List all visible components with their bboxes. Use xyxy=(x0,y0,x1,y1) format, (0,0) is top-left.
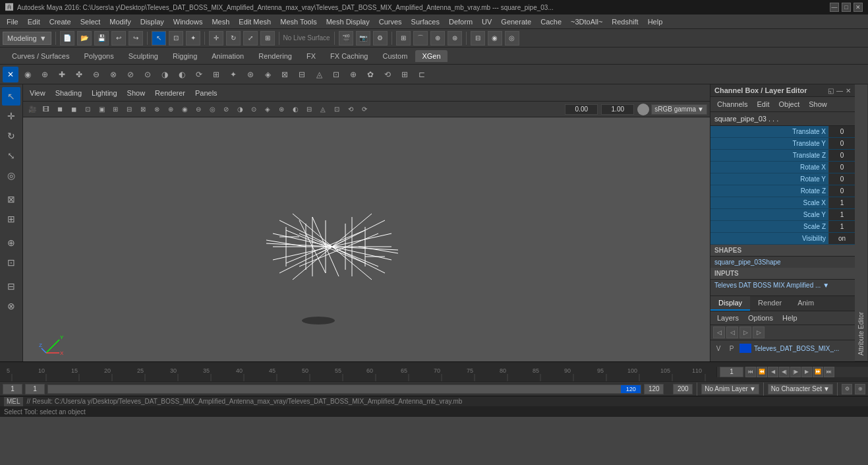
menu-file[interactable]: File xyxy=(3,16,22,27)
menu-deform[interactable]: Deform xyxy=(445,16,477,27)
layer-add-btn[interactable]: ◁ xyxy=(713,326,725,338)
vp-icon-f[interactable]: ⊟ xyxy=(123,103,136,116)
vp-icon-v[interactable]: ⟲ xyxy=(344,103,357,116)
play-back-btn[interactable]: ◀ xyxy=(768,367,778,377)
vp-icon-l[interactable]: ◎ xyxy=(206,103,219,116)
universal-mode-btn[interactable]: ◎ xyxy=(2,166,20,185)
cb-float-btn[interactable]: ◱ xyxy=(828,87,834,94)
channel-value-ry[interactable]: 0 xyxy=(828,173,855,185)
xgen-icon-25[interactable]: ⊏ xyxy=(414,67,430,82)
vp-icon-a[interactable]: ⏹ xyxy=(53,103,67,116)
range-current-field[interactable]: 1 xyxy=(25,384,45,394)
cb-minimize-btn[interactable]: — xyxy=(836,87,843,94)
xgen-icon-8[interactable]: ⊘ xyxy=(123,67,138,82)
layer-v-toggle[interactable]: V xyxy=(713,345,724,352)
menu-curves[interactable]: Curves xyxy=(375,16,406,27)
vp-color-icon[interactable] xyxy=(637,104,649,115)
xgen-icon-15[interactable]: ⊛ xyxy=(243,67,258,82)
vp-icon-u[interactable]: ⊡ xyxy=(330,103,343,116)
timeline-ruler[interactable]: 5 10 15 20 25 30 35 40 45 50 55 60 65 xyxy=(0,362,716,382)
redo-btn[interactable]: ↪ xyxy=(129,31,143,46)
xgen-icon-18[interactable]: ⊟ xyxy=(294,67,310,82)
layer-tab-anim[interactable]: Anim xyxy=(790,296,822,311)
cb-menu-object[interactable]: Object xyxy=(774,99,803,109)
save-btn[interactable]: 💾 xyxy=(94,31,109,46)
go-to-end-btn[interactable]: ⏭ xyxy=(824,367,834,377)
vp-icon-w[interactable]: ⟳ xyxy=(358,103,371,116)
layer-remove-btn[interactable]: ◁ xyxy=(726,326,738,338)
play-fwd-btn[interactable]: ▶ xyxy=(801,367,812,377)
menu-modify[interactable]: Modify xyxy=(105,16,134,27)
xgen-icon-14[interactable]: ✦ xyxy=(225,67,241,82)
layer-menu-layers[interactable]: Layers xyxy=(713,313,743,323)
cb-menu-edit[interactable]: Edit xyxy=(753,99,773,109)
xgen-icon-19[interactable]: ◬ xyxy=(311,67,327,82)
transform-tool-btn[interactable]: ⊞ xyxy=(260,31,275,46)
menu-redshift[interactable]: Redshift xyxy=(608,16,642,27)
vp-icon-c[interactable]: ⊡ xyxy=(81,103,94,116)
tab-curves-surfaces[interactable]: Curves / Surfaces xyxy=(5,50,76,62)
symmetry-btn[interactable]: ⊞ xyxy=(2,210,20,228)
total-frames-field[interactable]: 120 xyxy=(644,384,664,394)
step-fwd-btn[interactable]: ⏩ xyxy=(813,367,823,377)
scale-mode-btn[interactable]: ⤡ xyxy=(2,146,20,165)
xgen-icon-23[interactable]: ⟲ xyxy=(380,67,395,82)
translate-mode-btn[interactable]: ✛ xyxy=(2,107,20,125)
rotate-mode-btn[interactable]: ↻ xyxy=(2,127,20,145)
xgen-icon-5[interactable]: ✤ xyxy=(71,67,87,82)
layer-color-swatch[interactable] xyxy=(739,344,751,353)
vp-icon-k[interactable]: ⊖ xyxy=(192,103,205,116)
channel-value-ty[interactable]: 0 xyxy=(828,138,855,149)
layer-tab-display[interactable]: Display xyxy=(710,296,750,311)
menu-select[interactable]: Select xyxy=(76,16,105,27)
prev-frame-btn[interactable]: ◀| xyxy=(779,367,790,377)
channel-scale-y[interactable]: Scale Y 1 xyxy=(710,209,855,221)
close-btn[interactable]: ✕ xyxy=(854,3,863,12)
vp-icon-m[interactable]: ⊘ xyxy=(219,103,233,116)
vp-icon-s[interactable]: ⊟ xyxy=(303,103,316,116)
xgen-icon-21[interactable]: ⊕ xyxy=(345,67,361,82)
rotate-tool-btn[interactable]: ↻ xyxy=(226,31,241,46)
vp-gamma-select[interactable]: sRGB gamma ▼ xyxy=(651,104,707,115)
tab-animation[interactable]: Animation xyxy=(205,50,250,62)
channel-value-sz[interactable]: 1 xyxy=(828,221,855,232)
char-set-dropdown[interactable]: No Character Set ▼ xyxy=(768,384,833,394)
menu-windows[interactable]: Windows xyxy=(169,16,207,27)
maximize-btn[interactable]: □ xyxy=(842,3,851,12)
menu-mesh-display[interactable]: Mesh Display xyxy=(322,16,374,27)
layer-menu-help[interactable]: Help xyxy=(778,313,801,323)
render-btn[interactable]: 🎬 xyxy=(339,31,353,46)
snap-surface-btn[interactable]: ⊛ xyxy=(448,31,462,46)
tab-fx-caching[interactable]: FX Caching xyxy=(324,50,374,62)
select-mode-btn[interactable]: ↖ xyxy=(2,87,20,106)
vp-icon-e[interactable]: ⊞ xyxy=(109,103,122,116)
xgen-icon-13[interactable]: ⊞ xyxy=(208,67,224,82)
xgen-icon-24[interactable]: ⊞ xyxy=(397,67,413,82)
time-slider[interactable]: 120 xyxy=(47,385,641,394)
next-frame-btn[interactable]: |▶ xyxy=(790,367,801,377)
menu-mesh[interactable]: Mesh xyxy=(208,16,233,27)
channel-value-tx[interactable]: 0 xyxy=(828,126,855,137)
move-tool-btn[interactable]: ✛ xyxy=(209,31,223,46)
xgen-icon-6[interactable]: ⊖ xyxy=(88,67,104,82)
channel-translate-y[interactable]: Translate Y 0 xyxy=(710,138,855,150)
select-tool-btn[interactable]: ↖ xyxy=(152,31,166,46)
icon-btn-extra3[interactable]: ◎ xyxy=(505,31,519,46)
mel-indicator[interactable]: MEL xyxy=(4,397,23,406)
tab-sculpting[interactable]: Sculpting xyxy=(122,50,165,62)
inputs-item-1[interactable]: Televes DAT BOSS MIX Amplified ... ▼ xyxy=(710,280,855,291)
menu-create[interactable]: Create xyxy=(45,16,75,27)
menu-uv[interactable]: UV xyxy=(478,16,496,27)
xgen-icon-1[interactable]: ✕ xyxy=(3,67,18,82)
channel-rotate-z[interactable]: Rotate Z 0 xyxy=(710,185,855,197)
tab-xgen[interactable]: XGen xyxy=(415,50,447,62)
menu-display[interactable]: Display xyxy=(136,16,168,27)
vp-menu-show[interactable]: Show xyxy=(123,88,150,98)
soft-select-btn[interactable]: ⊠ xyxy=(2,190,20,208)
vp-menu-view[interactable]: View xyxy=(26,88,49,98)
vp-icon-p[interactable]: ◈ xyxy=(261,103,274,116)
icon-btn-extra1[interactable]: ⊟ xyxy=(471,31,485,46)
viewport-render-btn[interactable]: 📷 xyxy=(356,31,370,46)
channel-value-rz[interactable]: 0 xyxy=(828,185,855,197)
vp-menu-lighting[interactable]: Lighting xyxy=(88,88,121,98)
